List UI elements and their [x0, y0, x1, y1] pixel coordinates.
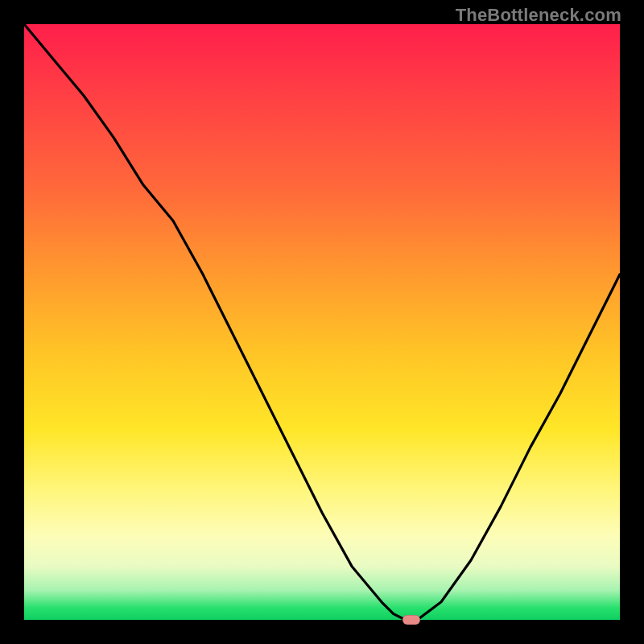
watermark-text: TheBottleneck.com	[456, 5, 621, 26]
chart-frame: TheBottleneck.com	[0, 0, 644, 644]
plot-area	[24, 24, 620, 620]
optimal-marker	[402, 615, 420, 625]
bottleneck-curve	[24, 24, 620, 620]
curve-path	[24, 24, 620, 620]
